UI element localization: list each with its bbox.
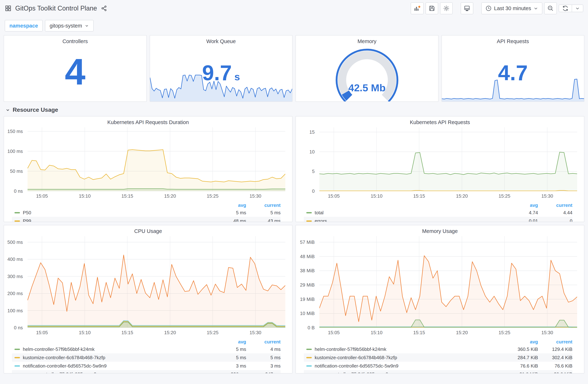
series-color-swatch bbox=[306, 212, 312, 213]
series-color-swatch bbox=[306, 220, 312, 222]
legend-current-value: 5 ms bbox=[246, 355, 281, 361]
panel-title[interactable]: Memory Usage bbox=[296, 225, 584, 235]
x-axis-label: 15:15 bbox=[408, 330, 430, 336]
panel-k8s-api-requests: Kubernetes API Requests 051015 15:0515:1… bbox=[295, 116, 584, 222]
legend-sort-avg[interactable]: avg bbox=[502, 203, 538, 208]
legend-header: avgcurrent bbox=[304, 339, 572, 345]
legend-series-name[interactable]: P50 bbox=[12, 210, 210, 215]
x-axis-label: 15:25 bbox=[494, 193, 515, 199]
timeseries-chart[interactable] bbox=[27, 127, 285, 191]
timeseries-plot[interactable] bbox=[27, 236, 285, 328]
panel-title[interactable]: Kubernetes API Requests Duration bbox=[4, 116, 292, 127]
legend: avgcurrenthelm-controller-57f9b56bbf-k24… bbox=[304, 339, 572, 373]
add-panel-button[interactable] bbox=[411, 2, 424, 14]
y-axis: 0 ns50 ms100 ms150 ms bbox=[5, 127, 25, 191]
x-axis-label: 15:10 bbox=[74, 330, 96, 336]
timeseries-plot[interactable] bbox=[319, 236, 577, 328]
panel-work-queue: Work Queue 9.7 s bbox=[150, 35, 293, 102]
panel-memory-gauge: Memory 42.5 Mb bbox=[295, 35, 439, 102]
timeseries-chart[interactable] bbox=[27, 236, 285, 328]
x-axis-label: 15:05 bbox=[323, 330, 345, 336]
legend-row: kustomize-controller-6c6784b468-7kzfp284… bbox=[304, 353, 572, 362]
share-icon[interactable] bbox=[101, 5, 107, 12]
y-axis: 0 ns100 ms200 ms300 ms400 ms500 ms bbox=[5, 236, 25, 328]
legend-series-name[interactable]: P99 bbox=[12, 218, 210, 222]
refresh-interval-dropdown[interactable] bbox=[572, 5, 583, 12]
legend-sort-avg[interactable]: avg bbox=[210, 203, 246, 208]
legend-series-name[interactable]: total bbox=[304, 210, 502, 215]
panel-title[interactable]: CPU Usage bbox=[4, 225, 292, 235]
legend-sort-current[interactable]: current bbox=[246, 339, 281, 345]
variable-value-dropdown[interactable]: gitops-system bbox=[45, 20, 94, 32]
timeseries-plot[interactable] bbox=[319, 127, 577, 191]
zoom-out-button[interactable] bbox=[544, 2, 557, 14]
legend-series-name[interactable]: kustomize-controller-6c6784b468-7kzfp bbox=[12, 355, 210, 361]
x-axis: 15:0515:1015:1515:2015:2515:30 bbox=[319, 329, 577, 337]
legend-current-value: 43 ms bbox=[246, 218, 281, 222]
legend-sort-avg[interactable]: avg bbox=[502, 339, 538, 345]
legend-series-name[interactable]: helm-controller-57f9b56bbf-k24mk bbox=[304, 346, 502, 352]
legend-series-name[interactable]: helm-controller-57f9b56bbf-k24mk bbox=[12, 346, 210, 352]
y-axis-label: 100 ms bbox=[5, 149, 23, 154]
x-axis-label: 15:20 bbox=[159, 330, 181, 336]
legend-row: notification-controller-6d56575dc-5w9n93… bbox=[12, 362, 281, 370]
legend-avg-value: 76.6 KiB bbox=[502, 363, 538, 369]
x-axis-label: 15:10 bbox=[366, 193, 387, 199]
legend-current-value: 129.4 KiB bbox=[538, 346, 572, 352]
time-range-picker[interactable]: Last 30 minutes bbox=[481, 2, 542, 14]
chevron-down-icon bbox=[533, 6, 538, 11]
work-queue-value: 9.7 bbox=[202, 61, 232, 85]
panel-title[interactable]: Kubernetes API Requests bbox=[296, 116, 584, 127]
timeseries-plot[interactable] bbox=[27, 127, 285, 191]
y-axis-label: 10 MiB bbox=[296, 311, 315, 316]
legend-avg-value: 236 ms bbox=[210, 371, 246, 374]
x-axis: 15:0515:1015:1515:2015:2515:30 bbox=[27, 329, 285, 337]
legend-row: helm-controller-57f9b56bbf-k24mk5 ms4 ms bbox=[12, 345, 281, 353]
legend-row: source-controller-7fb84fc985-zvsz821.0 M… bbox=[304, 370, 572, 373]
timeseries-chart[interactable] bbox=[319, 236, 577, 328]
time-range-label: Last 30 minutes bbox=[494, 5, 531, 11]
series-color-swatch bbox=[15, 357, 20, 358]
y-axis-label: 0 ns bbox=[5, 325, 23, 331]
panel-api-requests: API Requests 4.7 bbox=[441, 35, 585, 102]
legend-avg-value: 4.74 bbox=[502, 210, 538, 215]
legend-sort-avg[interactable]: avg bbox=[210, 339, 246, 345]
y-axis-label: 15 bbox=[296, 129, 315, 135]
timeseries-chart[interactable] bbox=[319, 127, 577, 191]
legend-sort-current[interactable]: current bbox=[538, 339, 572, 345]
legend-series-name[interactable]: errors bbox=[304, 218, 502, 222]
monitor-icon bbox=[463, 5, 470, 12]
legend-row: source-controller-7fb84fc985-zvsz8236 ms… bbox=[12, 370, 281, 373]
y-axis-label: 0 ns bbox=[5, 188, 23, 194]
legend-avg-value: 284.7 KiB bbox=[502, 355, 538, 361]
save-dashboard-button[interactable] bbox=[425, 2, 438, 14]
y-axis-label: 50 ms bbox=[5, 169, 23, 174]
dashboard-settings-button[interactable] bbox=[440, 2, 453, 14]
gear-icon bbox=[443, 5, 450, 12]
series-color-swatch bbox=[15, 349, 20, 350]
x-axis-label: 15:30 bbox=[245, 330, 266, 336]
series-color-swatch bbox=[15, 212, 20, 213]
y-axis-label: 19 MiB bbox=[296, 297, 315, 302]
y-axis-label: 29 MiB bbox=[296, 282, 315, 288]
legend-series-name[interactable]: kustomize-controller-6c6784b468-7kzfp bbox=[304, 355, 502, 361]
legend-sort-current[interactable]: current bbox=[246, 203, 281, 208]
legend-series-name[interactable]: notification-controller-6d56575dc-5w9n9 bbox=[12, 363, 210, 369]
legend-series-name[interactable]: source-controller-7fb84fc985-zvsz8 bbox=[12, 371, 210, 374]
legend-avg-value: 5 ms bbox=[210, 210, 246, 215]
legend-current-value: 4 ms bbox=[246, 346, 281, 352]
y-axis: 0 B10 MiB19 MiB29 MiB38 MiB48 MiB57 MiB bbox=[297, 236, 317, 328]
row-resource-usage[interactable]: Resource Usage bbox=[5, 107, 583, 113]
legend-series-name[interactable]: notification-controller-6d56575dc-5w9n9 bbox=[304, 363, 502, 369]
legend-sort-current[interactable]: current bbox=[538, 203, 572, 208]
cycle-view-mode-button[interactable] bbox=[461, 2, 473, 14]
legend-current-value: 20.6 MiB bbox=[538, 371, 572, 374]
legend-avg-value: 0.01 bbox=[502, 218, 538, 222]
panel-k8s-api-requests-duration: Kubernetes API Requests Duration 0 ns50 … bbox=[4, 116, 293, 222]
x-axis-label: 15:20 bbox=[451, 330, 473, 336]
legend-series-name[interactable]: source-controller-7fb84fc985-zvsz8 bbox=[304, 371, 502, 374]
panel-title[interactable]: Memory bbox=[296, 36, 438, 46]
panel-controllers: Controllers 4 bbox=[4, 35, 147, 102]
legend-current-value: 247 ms bbox=[246, 371, 281, 374]
refresh-button[interactable] bbox=[559, 5, 572, 12]
